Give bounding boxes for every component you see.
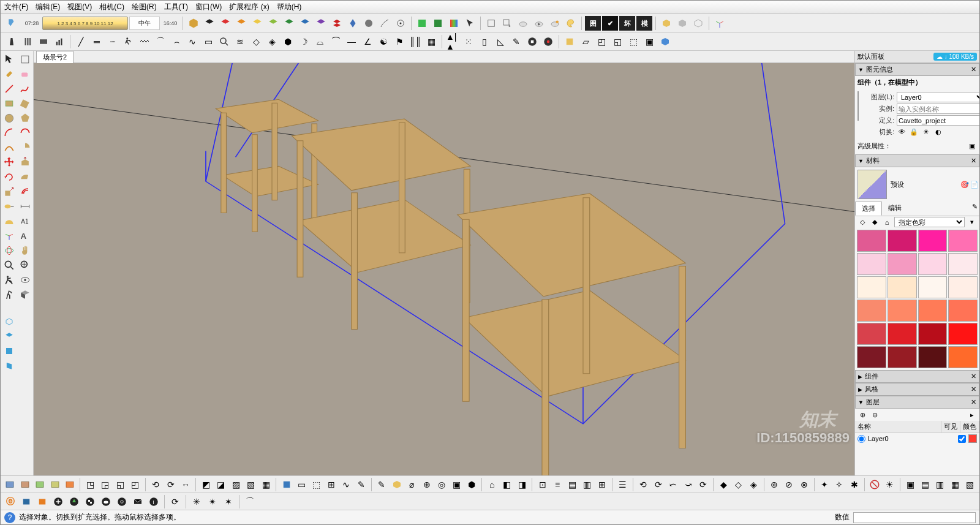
bt2-icon[interactable] <box>18 477 31 492</box>
magnifier-icon[interactable] <box>217 34 232 49</box>
color-swatch[interactable] <box>888 323 917 345</box>
bt38-icon[interactable]: ☰ <box>616 477 630 492</box>
bt29-icon[interactable]: ⬢ <box>465 477 478 492</box>
bt8-icon[interactable]: ◱ <box>113 477 127 492</box>
pointer-dark-icon[interactable] <box>462 16 477 31</box>
badge-1[interactable]: 囲 <box>585 16 601 31</box>
bb1-icon[interactable]: ⓔ <box>3 494 18 509</box>
bb-plus-icon[interactable] <box>51 494 66 509</box>
paint-tool-icon[interactable] <box>2 67 17 81</box>
select-tool-icon[interactable] <box>2 52 17 67</box>
bars-icon[interactable] <box>52 34 67 49</box>
gradient-swatch-icon[interactable] <box>447 16 461 31</box>
bt48-icon[interactable]: ⊘ <box>782 477 796 492</box>
bt25-icon[interactable]: ⌀ <box>405 477 418 492</box>
hide-icon[interactable]: 👁 <box>897 127 907 137</box>
shadow-icon[interactable]: ☀ <box>921 127 931 137</box>
box3d-yellow-icon[interactable] <box>659 16 674 31</box>
bb-info-icon[interactable]: i <box>146 494 161 509</box>
book-icon[interactable] <box>562 34 577 49</box>
axis-icon[interactable] <box>712 16 727 31</box>
bb-tree-icon[interactable] <box>67 494 81 509</box>
move-tool-icon[interactable] <box>2 155 17 170</box>
entity-info-header[interactable]: ▼图元信息✕ <box>855 63 979 76</box>
eyedropper-icon[interactable]: ✎ <box>970 202 979 211</box>
menu-draw[interactable]: 绘图(R) <box>132 2 157 12</box>
bt32-icon[interactable]: ◨ <box>515 477 529 492</box>
lock-icon[interactable]: 🔒 <box>909 127 919 137</box>
grid-dots-icon[interactable]: ⁙ <box>461 34 476 49</box>
color-mode-select[interactable]: 指定色彩 <box>894 217 965 227</box>
side-view-icon[interactable] <box>2 358 17 373</box>
look-around-icon[interactable] <box>18 273 32 287</box>
bt46-icon[interactable]: ◈ <box>747 477 760 492</box>
double-line-icon[interactable]: ═ <box>89 34 104 49</box>
arc2-tool-icon[interactable] <box>18 126 32 140</box>
triangle-icon[interactable]: ◺ <box>493 34 508 49</box>
bt35-icon[interactable]: ▤ <box>565 477 579 492</box>
bt40-icon[interactable]: ⟳ <box>651 477 665 492</box>
scale-tool-icon[interactable] <box>2 184 17 199</box>
green-block-icon[interactable] <box>431 16 445 31</box>
layer-blue-diamond-icon[interactable] <box>345 16 360 31</box>
bt43-icon[interactable]: ⟳ <box>696 477 710 492</box>
iso-view-icon[interactable] <box>2 314 17 329</box>
color-swatch[interactable] <box>857 276 886 298</box>
angle-icon[interactable]: ∠ <box>360 34 375 49</box>
materials-header[interactable]: ▼材料✕ <box>855 154 979 167</box>
front-view-icon[interactable] <box>2 344 17 358</box>
bt20-icon[interactable]: ⊞ <box>325 477 338 492</box>
color-swatch[interactable] <box>888 300 917 322</box>
bt23-icon[interactable]: ✎ <box>375 477 388 492</box>
badge-4[interactable]: 模 <box>636 16 652 31</box>
orbit-tool-icon[interactable] <box>2 243 17 258</box>
rotate-tool-icon[interactable] <box>2 170 17 184</box>
doc-icon[interactable]: ▯ <box>477 34 492 49</box>
layer-orange-icon[interactable] <box>234 16 249 31</box>
bt3-icon[interactable] <box>33 477 47 492</box>
color-swatch[interactable] <box>888 230 917 252</box>
protractor-tool-icon[interactable] <box>2 214 17 229</box>
bb-checker-icon[interactable] <box>83 494 97 509</box>
fence-icon[interactable]: ║║ <box>408 34 423 49</box>
sheet-icon[interactable]: ◰ <box>594 34 609 49</box>
pie-tool-icon[interactable] <box>18 140 32 155</box>
bt30-icon[interactable]: ⌂ <box>485 477 499 492</box>
bt10-icon[interactable]: ⟲ <box>149 477 162 492</box>
color-swatch[interactable] <box>918 253 948 275</box>
bt51-icon[interactable]: ✧ <box>832 477 846 492</box>
cast-icon[interactable]: ◐ <box>933 127 943 137</box>
shadow-day-label[interactable]: 中午 <box>129 17 160 30</box>
polygon-tool-icon[interactable] <box>18 111 32 126</box>
bt17-icon[interactable]: ▦ <box>259 477 273 492</box>
bt24-icon[interactable] <box>390 477 403 492</box>
top-view-icon[interactable] <box>2 329 17 344</box>
bb-cloud-icon[interactable] <box>99 494 113 509</box>
color-swatch[interactable] <box>918 323 948 345</box>
badge-2[interactable]: ✔ <box>602 16 618 31</box>
bt6-icon[interactable]: ◳ <box>83 477 97 492</box>
position-camera-icon[interactable] <box>2 273 17 287</box>
followme-tool-icon[interactable] <box>18 170 32 184</box>
sheet2-icon[interactable]: ◱ <box>610 34 625 49</box>
bt9-icon[interactable]: ◰ <box>129 477 142 492</box>
component-tool-icon[interactable] <box>18 52 32 67</box>
menu-tools[interactable]: 工具(T) <box>164 2 188 12</box>
zoom-tool-icon[interactable] <box>2 258 17 273</box>
plate-icon[interactable]: ▭ <box>201 34 216 49</box>
bt54-icon[interactable]: ☀ <box>883 477 896 492</box>
layer-red-icon[interactable] <box>218 16 233 31</box>
bt42-icon[interactable]: ⤻ <box>681 477 695 492</box>
material-create-icon[interactable]: 📄 <box>970 179 979 189</box>
arc2-icon[interactable]: ⌢ <box>169 34 184 49</box>
menu-file[interactable]: 文件(F) <box>4 2 28 12</box>
record-icon[interactable] <box>541 34 556 49</box>
layer-select[interactable]: Layer0 <box>897 92 979 102</box>
slope-icon[interactable]: ╱ <box>74 34 88 49</box>
bt52-icon[interactable]: ✱ <box>848 477 861 492</box>
cloud-gear-icon[interactable] <box>548 16 562 31</box>
tape-tool-icon[interactable] <box>2 199 17 214</box>
axes-tool-icon[interactable] <box>2 229 17 243</box>
cloud-play-icon[interactable] <box>532 16 546 31</box>
mat-back-icon[interactable]: ◇ <box>858 217 867 227</box>
